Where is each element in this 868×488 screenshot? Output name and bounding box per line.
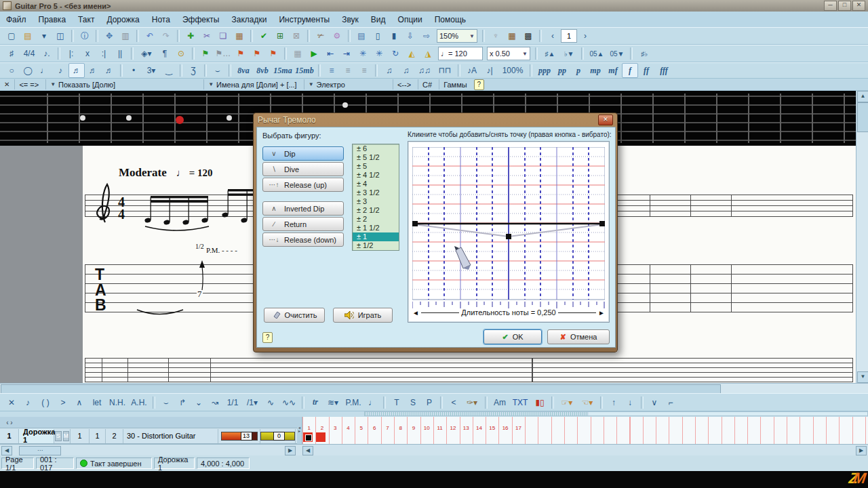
view-standard-notation[interactable]: ≡: [323, 63, 340, 78]
shift-string-up[interactable]: 05▲: [587, 46, 607, 61]
vertical-scrollbar[interactable]: ▲ ▼: [856, 91, 868, 383]
count-in[interactable]: ◮: [420, 46, 436, 61]
dialog-help-icon[interactable]: ?: [262, 332, 273, 343]
key-signature[interactable]: ♯: [3, 46, 20, 61]
track-name[interactable]: Дорожка 1: [19, 429, 54, 443]
loop-playback[interactable]: ↻: [387, 46, 403, 61]
line-break[interactable]: ♪|: [481, 63, 498, 78]
wah-open[interactable]: ∨: [646, 395, 663, 410]
instrument-cell[interactable]: 30 - Distortion Guitar: [123, 429, 218, 443]
maximize-button[interactable]: □: [838, 1, 851, 11]
ghost-note[interactable]: ( ): [36, 395, 55, 410]
tempo-box[interactable]: ♩= 120: [438, 47, 483, 60]
fretboard-show-select[interactable]: ▼Показать [Долю]: [45, 79, 119, 89]
slide[interactable]: ↝: [207, 395, 223, 410]
view-tablature[interactable]: ≡: [340, 63, 356, 78]
vertical-scroll-thumb[interactable]: [857, 102, 868, 132]
menu-item[interactable]: Помощь: [429, 12, 472, 27]
tremolo-bar-dive[interactable]: ⌄: [191, 395, 207, 410]
play[interactable]: ▶: [306, 46, 322, 61]
tab-note-bend[interactable]: 7: [197, 290, 203, 298]
artificial-harmonic[interactable]: A.H.: [128, 395, 150, 410]
rse-playback[interactable]: ✳: [355, 46, 371, 61]
fretboard-help-icon[interactable]: ?: [474, 79, 484, 90]
time-signature[interactable]: 4/4: [20, 46, 39, 61]
enharmonic-switch[interactable]: ♯♭: [635, 46, 653, 61]
keyboard-panel[interactable]: ▩: [520, 28, 536, 43]
metronome[interactable]: ◭: [403, 46, 420, 61]
insert-text[interactable]: TXT: [509, 395, 531, 410]
scroll-down-arrow[interactable]: ▼: [857, 371, 868, 383]
trill[interactable]: tr: [307, 395, 323, 410]
dynamic-fff[interactable]: fff: [654, 63, 673, 78]
page-number-box[interactable]: 1: [561, 29, 577, 43]
menu-item[interactable]: Нота: [146, 12, 176, 27]
beam-auto[interactable]: ♫: [380, 63, 398, 78]
table-scroll-left[interactable]: ◀: [1, 446, 12, 455]
save-file[interactable]: ◫: [52, 28, 68, 43]
track-nav-arrows[interactable]: ‹ ›: [0, 419, 19, 426]
cancel-button[interactable]: ✘Отмена: [547, 329, 610, 344]
insert-marker-here[interactable]: ▮▯: [531, 395, 549, 410]
thirty-second-note[interactable]: ♬: [85, 63, 101, 78]
view-multitrack[interactable]: ▤: [353, 28, 370, 43]
open-file[interactable]: ▤: [20, 28, 36, 43]
tuplet[interactable]: 3▾: [142, 63, 161, 78]
wah-closed[interactable]: ⌐: [663, 395, 679, 410]
heavy-accent[interactable]: ∧: [71, 395, 87, 410]
repeat-open[interactable]: |:: [63, 46, 79, 61]
menu-item[interactable]: Закладки: [225, 12, 273, 27]
hammer-on-pull-off[interactable]: ⌣: [158, 395, 174, 410]
quarter-note[interactable]: ♩: [36, 63, 52, 78]
open-recent[interactable]: ▾: [36, 28, 52, 43]
beam-single[interactable]: ♫: [398, 63, 414, 78]
dotted-note[interactable]: •: [125, 63, 142, 78]
menu-item[interactable]: Эффекты: [176, 12, 226, 27]
slapping[interactable]: S: [405, 395, 421, 410]
track-row[interactable]: 1 Дорожка 1 S M 1 1 2 30 - Distortion Gu…: [0, 428, 297, 444]
range-option[interactable]: ± 4: [353, 180, 399, 188]
measures-panel[interactable]: 1234567891011121314151617: [302, 417, 868, 444]
menu-item[interactable]: Правка: [33, 12, 73, 27]
beam-bracket[interactable]: ⊓⊓: [435, 63, 455, 78]
play-button[interactable]: Играть: [333, 308, 393, 323]
fretboard-panel[interactable]: ▦: [504, 28, 520, 43]
range-list[interactable]: ± 6± 5 1/2± 5± 4 1/2± 4± 3 1/2± 3± 2 1/2…: [352, 144, 399, 251]
repeat-alternative[interactable]: x: [79, 46, 96, 61]
relative-speed-select[interactable]: x 0.50▼: [487, 47, 530, 60]
menu-item[interactable]: Звук: [336, 12, 365, 27]
menu-item[interactable]: Такт: [72, 12, 100, 27]
tremolo-graph[interactable]: ◄ Длительность ноты = 0,250 ►: [408, 141, 610, 323]
note-group-1[interactable]: [144, 196, 209, 230]
previous-page-button[interactable]: ‹: [545, 28, 561, 43]
pickup-bar[interactable]: ♪.: [39, 46, 55, 61]
fade-in[interactable]: <: [446, 395, 462, 410]
dynamic-f[interactable]: f: [622, 63, 638, 78]
transpose-up-semitone[interactable]: ♯▲: [540, 46, 559, 61]
double-barline[interactable]: ||: [112, 46, 128, 61]
minimize-button[interactable]: ─: [824, 1, 837, 11]
dynamic-mf[interactable]: mf: [604, 63, 622, 78]
right-hand-fingering[interactable]: ☞▾: [557, 395, 577, 410]
check-bar-durations[interactable]: ✔: [256, 28, 272, 43]
previous-marker[interactable]: ⚑: [233, 46, 249, 61]
dynamic-ff[interactable]: ff: [638, 63, 654, 78]
pickstroke[interactable]: ✑▾: [462, 395, 482, 410]
balance-slider[interactable]: 0: [260, 432, 295, 441]
fit-height[interactable]: ⇩: [402, 28, 418, 43]
figure-inverted-dip[interactable]: ∧ Inverted Dip: [262, 201, 344, 216]
measures-scroll-right[interactable]: ▶: [856, 446, 867, 455]
page-setup[interactable]: ✥: [101, 28, 117, 43]
channel2-cell[interactable]: 2: [106, 429, 123, 443]
settings[interactable]: ⚙: [329, 28, 345, 43]
view-page[interactable]: ▯: [370, 28, 386, 43]
tremolo-picking[interactable]: ≋▾: [323, 395, 342, 410]
strum-up[interactable]: ↑: [606, 395, 622, 410]
popping[interactable]: P: [421, 395, 437, 410]
grace-note[interactable]: ♪: [20, 395, 36, 410]
wide-vibrato[interactable]: ∿∿: [279, 395, 299, 410]
figure-release-down[interactable]: ⋯↓ Release (down): [262, 232, 344, 247]
clear-button[interactable]: Очистить: [264, 308, 325, 323]
menu-item[interactable]: Опции: [392, 12, 429, 27]
range-option[interactable]: ± 5 1/2: [353, 153, 399, 162]
